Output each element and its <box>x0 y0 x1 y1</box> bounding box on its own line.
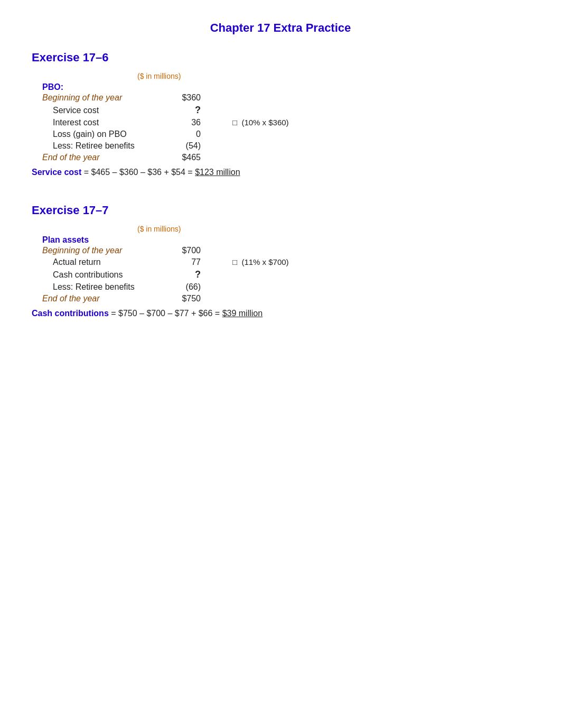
table-row: Actual return 77 □ (11% x $700) <box>32 257 529 267</box>
summary-equation: = $750 – $700 – $77 + $66 = <box>109 309 222 318</box>
row-label: Interest cost <box>32 118 158 127</box>
table-row: Loss (gain) on PBO 0 <box>32 130 529 139</box>
table-row: Interest cost 36 □ (10% x $360) <box>32 118 529 127</box>
row-value: $750 <box>158 294 201 303</box>
table-row: Beginning of the year $360 <box>32 93 529 103</box>
row-value: $700 <box>158 246 201 255</box>
table-row: Less: Retiree benefits (54) <box>32 141 529 151</box>
table-row: Beginning of the year $700 <box>32 246 529 255</box>
row-label: End of the year <box>32 294 158 303</box>
exercise-17-7-title: Exercise 17–7 <box>32 204 529 217</box>
exercise-17-6-title: Exercise 17–6 <box>32 51 529 64</box>
exercise-17-7: Exercise 17–7 ($ in millions) Plan asset… <box>32 204 529 318</box>
row-label: Actual return <box>32 257 158 267</box>
row-value: 77 <box>158 257 201 267</box>
row-label: End of the year <box>32 153 158 162</box>
summary-label: Service cost <box>32 168 81 177</box>
row-value: $360 <box>158 93 201 103</box>
table-row: Service cost ? <box>32 105 529 116</box>
table-row: End of the year $750 <box>32 294 529 303</box>
exercise-17-6: Exercise 17–6 ($ in millions) PBO: Begin… <box>32 51 529 177</box>
row-value: 0 <box>158 130 201 139</box>
table-row: Less: Retiree benefits (66) <box>32 282 529 292</box>
table-row: End of the year $465 <box>32 153 529 162</box>
row-value: $465 <box>158 153 201 162</box>
in-millions-17-6: ($ in millions) <box>137 72 529 80</box>
row-value: ? <box>158 105 201 116</box>
in-millions-17-7: ($ in millions) <box>137 225 529 233</box>
page-title: Chapter 17 Extra Practice <box>32 21 529 35</box>
pbo-table: Beginning of the year $360 Service cost … <box>32 93 529 162</box>
row-label: Less: Retiree benefits <box>32 141 158 151</box>
summary-line-17-7: Cash contributions = $750 – $700 – $77 +… <box>32 309 529 318</box>
row-label: Beginning of the year <box>32 93 158 103</box>
row-label: Less: Retiree benefits <box>32 282 158 292</box>
row-value: ? <box>158 269 201 280</box>
summary-result: $123 million <box>195 168 240 177</box>
plan-assets-table: Beginning of the year $700 Actual return… <box>32 246 529 303</box>
row-note: □ (10% x $360) <box>232 118 289 127</box>
row-label: Cash contributions <box>32 270 158 280</box>
row-value: 36 <box>158 118 201 127</box>
pbo-label: PBO: <box>42 82 529 92</box>
row-value: (66) <box>158 282 201 292</box>
summary-line-17-6: Service cost = $465 – $360 – $36 + $54 =… <box>32 168 529 177</box>
row-value: (54) <box>158 141 201 151</box>
row-note: □ (11% x $700) <box>232 257 289 266</box>
summary-label: Cash contributions <box>32 309 109 318</box>
summary-result: $39 million <box>222 309 263 318</box>
row-label: Service cost <box>32 106 158 115</box>
row-label: Beginning of the year <box>32 246 158 255</box>
table-row: Cash contributions ? <box>32 269 529 280</box>
summary-equation: = $465 – $360 – $36 + $54 = <box>81 168 195 177</box>
row-label: Loss (gain) on PBO <box>32 130 158 139</box>
plan-assets-label: Plan assets <box>42 235 529 245</box>
